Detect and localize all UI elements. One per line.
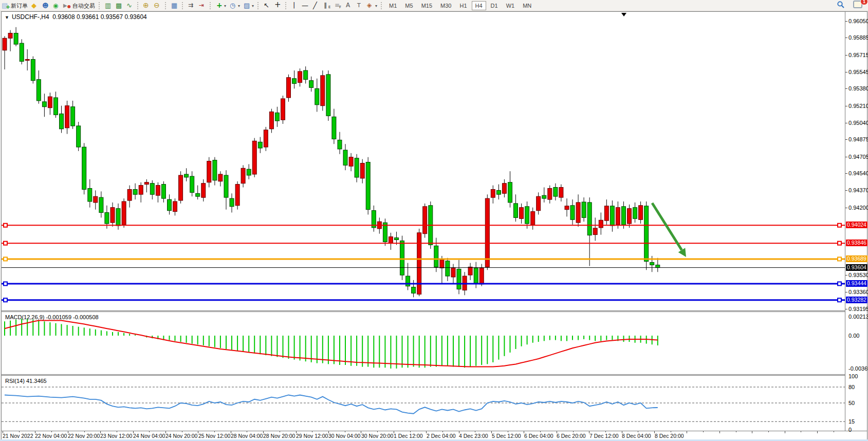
one-click-trading-toggle[interactable]: ▼ xyxy=(5,15,9,20)
line-handle[interactable] xyxy=(838,257,841,261)
candle-body xyxy=(531,212,535,225)
time-axis-tick xyxy=(84,431,85,432)
timeframe-button-M30[interactable]: M30 xyxy=(437,1,455,10)
main-chart-panel[interactable] xyxy=(2,12,845,310)
candle-body xyxy=(315,88,319,104)
timeframe-button-H1[interactable]: H1 xyxy=(456,1,470,10)
candle-body xyxy=(321,76,325,106)
cursor-button[interactable]: ↖ xyxy=(262,1,272,10)
time-axis-label: 6 Dec 04:00 xyxy=(524,433,553,439)
time-axis-label: 24 Nov 20:00 xyxy=(165,433,197,439)
timeframe-button-D1[interactable]: D1 xyxy=(487,1,502,10)
candle-body xyxy=(247,169,251,175)
equidistant-channel-button[interactable]: ∥E xyxy=(322,1,333,10)
price-tick-label: 0.95715 xyxy=(848,52,868,58)
candle-body xyxy=(71,107,75,126)
time-axis-tick xyxy=(557,431,557,433)
time-axis-tick xyxy=(719,431,720,433)
icon-glyph: ⇥ xyxy=(199,2,204,8)
line-handle[interactable] xyxy=(4,224,7,227)
new-order-button[interactable]: ▤+新订单 xyxy=(0,1,29,10)
line-handle[interactable] xyxy=(4,257,7,261)
notifications-button[interactable]: 1 xyxy=(852,1,864,10)
time-axis-tick xyxy=(703,431,704,432)
candle-body xyxy=(593,228,597,235)
line-handle[interactable] xyxy=(838,298,841,302)
bar-chart-button[interactable]: ▥ xyxy=(103,1,114,10)
price-tick-label: 0.94540 xyxy=(848,170,868,176)
timeframe-button-M15[interactable]: M15 xyxy=(418,1,436,10)
periods-button[interactable]: ◷▾ xyxy=(228,1,242,10)
line-handle[interactable] xyxy=(4,242,7,245)
line-handle[interactable] xyxy=(4,298,7,302)
time-axis-label: 28 Nov 20:00 xyxy=(263,433,295,439)
time-axis[interactable]: 21 Nov 202222 Nov 04:0022 Nov 20:0023 No… xyxy=(2,431,845,439)
chart-shift-marker[interactable] xyxy=(621,13,626,16)
text-button[interactable]: A xyxy=(343,1,354,10)
candle-body xyxy=(133,190,137,195)
candle-body xyxy=(485,198,489,267)
time-axis-tick xyxy=(345,431,345,432)
timeframe-button-H4[interactable]: H4 xyxy=(472,1,486,10)
macd-panel[interactable] xyxy=(2,312,845,374)
timeframe-button-W1[interactable]: W1 xyxy=(503,1,519,10)
search-button[interactable] xyxy=(835,1,846,10)
time-axis-tick xyxy=(573,431,574,432)
signals-icon-button[interactable]: ◉ xyxy=(51,1,62,10)
price-tick-label: 0.94875 xyxy=(848,136,868,142)
timeframe-button-M1[interactable]: M1 xyxy=(385,1,400,10)
arrows-tool-button[interactable]: ◈▾ xyxy=(365,1,379,10)
icon-glyph: ∿ xyxy=(126,2,132,9)
time-axis-label: 22 Nov 20:00 xyxy=(68,433,100,439)
horizontal-line-button[interactable]: — xyxy=(300,1,311,10)
trendline-button[interactable]: ╱ xyxy=(311,1,322,10)
text-label-button[interactable]: T xyxy=(354,1,365,10)
time-axis-tick xyxy=(442,431,443,432)
price-axis[interactable]: 0.960500.958850.957150.955450.953800.952… xyxy=(845,12,867,431)
candle-body xyxy=(514,204,518,218)
candle-body xyxy=(639,206,643,220)
rsi-panel[interactable] xyxy=(2,376,845,431)
tile-windows-button[interactable]: ▦ xyxy=(169,1,180,10)
vertical-line-button[interactable]: | xyxy=(289,1,300,10)
chart-window[interactable]: ▼USDCHF-,H4 0.93608 0.93661 0.93567 0.93… xyxy=(1,11,867,440)
time-axis-tick xyxy=(459,431,459,433)
candle-body xyxy=(298,71,302,83)
fibonacci-button[interactable]: ≡F xyxy=(333,1,343,10)
market-icon-button[interactable]: ◆ xyxy=(29,1,40,10)
auto-scroll-button[interactable]: ⇉ xyxy=(186,1,197,10)
crosshair-button[interactable]: + xyxy=(272,1,283,10)
candle-body xyxy=(292,79,297,84)
timeframe-button-M5[interactable]: M5 xyxy=(401,1,416,10)
candle-body xyxy=(440,260,444,268)
candle-body xyxy=(610,206,614,226)
candle-body xyxy=(326,75,330,116)
templates-button[interactable]: ▨▾ xyxy=(242,1,255,10)
candle-body xyxy=(622,207,626,225)
line-handle[interactable] xyxy=(838,282,841,285)
icon-glyph: ● xyxy=(67,5,71,9)
community-icon-button[interactable]: ☻ xyxy=(40,1,51,10)
line-chart-button[interactable]: ∿ xyxy=(124,1,135,10)
new-order-icon: ▤+ xyxy=(2,1,9,9)
candle-body xyxy=(8,33,12,39)
axis-tick xyxy=(845,139,847,140)
time-axis-tick xyxy=(589,431,589,433)
timeframe-button-MN[interactable]: MN xyxy=(519,1,535,10)
candle-body xyxy=(599,220,603,228)
auto-trading-button[interactable]: ▶●自动交易 xyxy=(62,1,97,10)
zoom-out-button[interactable]: ⊖ xyxy=(152,1,163,10)
price-line-chip: 0.93282 xyxy=(846,297,867,303)
candle-body xyxy=(14,33,18,45)
candle-body xyxy=(60,114,64,128)
line-handle[interactable] xyxy=(4,282,7,285)
chart-shift-button[interactable]: ⇥ xyxy=(197,1,208,10)
candlestick-chart-icon: ▩ xyxy=(115,1,123,9)
candlestick-chart-button[interactable]: ▩ xyxy=(114,1,124,10)
text-label-icon: T xyxy=(356,1,363,9)
zoom-in-button[interactable]: ⊕ xyxy=(141,1,152,10)
icon-glyph: ▥ xyxy=(105,2,111,9)
line-handle[interactable] xyxy=(838,224,841,227)
indicators-button[interactable]: +▾ xyxy=(214,1,228,10)
line-handle[interactable] xyxy=(838,242,841,245)
